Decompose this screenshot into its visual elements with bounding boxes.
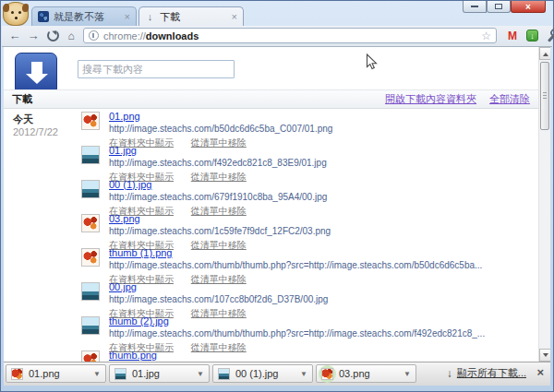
file-url: http://image.steachs.com/f492edc821c8_83… (109, 158, 524, 169)
scroll-down-button[interactable] (539, 349, 550, 362)
downloads-title: 下載 (12, 92, 32, 106)
chrome-window: 就是教不落 × ↓ 下載 × × ← → ⌂ chrome:// downloa… (0, 0, 554, 392)
file-link[interactable]: 03.png (109, 213, 140, 224)
tab-downloads-close-icon[interactable]: × (232, 12, 237, 21)
downloads-list-header: 下載 開啟下載內容資料夾 全部清除 (4, 89, 538, 109)
scroll-up-button[interactable] (539, 47, 550, 60)
gmail-extension-icon[interactable]: M (508, 30, 517, 42)
file-link[interactable]: 00.jpg (109, 281, 137, 292)
download-arrow-icon: ↓ (447, 367, 452, 380)
shelf-close-icon[interactable]: × (536, 366, 544, 378)
tab-blog-label: 就是教不落 (54, 10, 121, 24)
back-button[interactable]: ← (6, 28, 23, 43)
file-url: http://image.steachs.com/thumb/thumb.php… (109, 260, 524, 271)
file-thumbnail (81, 112, 100, 130)
file-thumbnail (321, 368, 333, 380)
url-host: downloads (146, 30, 199, 42)
recent-download-halo (319, 365, 336, 383)
file-thumbnail (81, 180, 100, 198)
file-link[interactable]: thumb (1).png (109, 247, 172, 258)
file-thumbnail (81, 350, 100, 362)
open-downloads-folder-link[interactable]: 開啟下載內容資料夾 (385, 92, 476, 106)
downloads-extension-icon[interactable]: ↓ (526, 30, 538, 42)
file-url: http://image.steachs.com/1c59fe7f9dcf_12… (109, 226, 524, 237)
blog-favicon (38, 11, 49, 22)
tab-blog[interactable]: 就是教不落 × (31, 6, 137, 26)
reload-button[interactable] (44, 28, 61, 43)
download-row: thumb (1).png http://image.steachs.com/t… (81, 247, 524, 281)
file-url: http://image.steachs.com/107cc8b0f2d6_D3… (109, 294, 524, 305)
tab-downloads[interactable]: ↓ 下載 × (138, 6, 244, 26)
maximize-button[interactable] (487, 1, 511, 13)
close-icon: × (525, 3, 531, 11)
address-bar[interactable]: chrome:// downloads ☆ (83, 28, 497, 43)
download-row: 00.jpg http://image.steachs.com/107cc8b0… (81, 281, 524, 315)
reload-icon (47, 30, 59, 42)
file-thumbnail (218, 368, 230, 380)
maximize-icon (495, 4, 502, 9)
chevron-down-icon[interactable]: ▼ (93, 370, 101, 378)
file-link[interactable]: 01.jpg (109, 145, 137, 156)
shelf-item[interactable]: 01.png ▼ (6, 364, 106, 383)
shelf-item[interactable]: 00 (1).jpg ▼ (212, 364, 313, 383)
clear-all-link[interactable]: 全部清除 (489, 92, 530, 106)
file-link[interactable]: thumb.png (109, 350, 157, 361)
chevron-down-icon[interactable]: ▼ (403, 370, 411, 378)
tab-strip: 就是教不落 × ↓ 下載 × × (1, 1, 553, 26)
download-row: 01.png http://image.steachs.com/b50dc6d6… (81, 111, 524, 145)
profile-avatar[interactable] (3, 2, 29, 26)
downloads-page: 下載 開啟下載內容資料夾 全部清除 今天 2012/7/22 01.png ht… (4, 47, 550, 362)
wrench-menu-icon[interactable] (545, 30, 554, 42)
chevron-down-icon[interactable]: ▼ (197, 370, 204, 378)
download-row: 01.jpg http://image.steachs.com/f492edc8… (81, 145, 524, 179)
file-url: http://image.steachs.com/679f1910c8ba_95… (109, 192, 524, 203)
shelf-item-label: 03.png (339, 368, 401, 379)
chevron-down-icon[interactable]: ▼ (300, 370, 307, 378)
search-downloads-input[interactable] (78, 60, 235, 78)
url-scheme: chrome:// (103, 30, 146, 42)
file-thumbnail (81, 282, 100, 301)
close-button[interactable]: × (511, 1, 546, 13)
date-label: 今天 (13, 113, 58, 125)
download-shelf: 01.png ▼ 01.jpg ▼ 00 (1).jpg ▼ 03.png ▼ … (4, 362, 550, 386)
download-row: thumb (2).jpg http://image.steachs.com/t… (81, 315, 524, 350)
file-link[interactable]: 00 (1).jpg (109, 179, 151, 190)
tab-downloads-label: 下載 (160, 10, 228, 24)
scroll-down-icon (543, 353, 548, 360)
page-info-icon[interactable] (89, 30, 99, 41)
shelf-item-label: 01.png (29, 368, 90, 379)
shelf-item-label: 00 (1).jpg (235, 368, 297, 379)
show-all-downloads[interactable]: ↓ 顯示所有下載... (447, 366, 526, 380)
file-thumbnail (114, 368, 126, 380)
file-link[interactable]: 01.png (109, 111, 140, 122)
scrollbar-thumb[interactable] (540, 62, 549, 130)
tab-blog-close-icon[interactable]: × (125, 12, 130, 21)
download-row: 00 (1).jpg http://image.steachs.com/679f… (81, 179, 524, 213)
file-thumbnail (81, 316, 100, 335)
window-controls: × (463, 1, 546, 13)
file-link[interactable]: thumb (2).jpg (109, 315, 169, 327)
browser-window: { "tabs": { "blog": { "label": "就是教不落" }… (0, 0, 554, 392)
download-row: thumb.png (81, 350, 524, 362)
download-row: 03.png http://image.steachs.com/1c59fe7f… (81, 213, 524, 247)
show-all-downloads-link[interactable]: 顯示所有下載... (457, 366, 526, 380)
page-scrollbar[interactable] (538, 47, 550, 362)
download-favicon: ↓ (145, 12, 155, 22)
minimize-button[interactable] (463, 1, 487, 13)
shelf-item[interactable]: 01.jpg ▼ (109, 364, 210, 383)
shelf-item-label: 01.jpg (132, 368, 194, 379)
date-value: 2012/7/22 (13, 125, 58, 138)
file-url: http://image.steachs.com/b50dc6d6c5ba_C0… (109, 124, 524, 135)
scroll-up-icon (543, 50, 548, 56)
file-thumbnail (81, 146, 100, 164)
forward-button[interactable]: → (25, 28, 42, 43)
browser-toolbar: ← → ⌂ chrome:// downloads ☆ M ↓ (2, 26, 552, 47)
file-url: http://image.steachs.com/thumb/thumb.php… (109, 328, 524, 339)
shelf-item[interactable]: 03.png ▼ (316, 364, 416, 383)
minimize-icon (471, 6, 478, 7)
date-group: 今天 2012/7/22 (13, 113, 58, 138)
file-thumbnail (81, 214, 100, 232)
home-button[interactable]: ⌂ (63, 28, 79, 43)
file-thumbnail (81, 248, 100, 267)
bookmark-star-icon[interactable]: ☆ (481, 30, 491, 42)
